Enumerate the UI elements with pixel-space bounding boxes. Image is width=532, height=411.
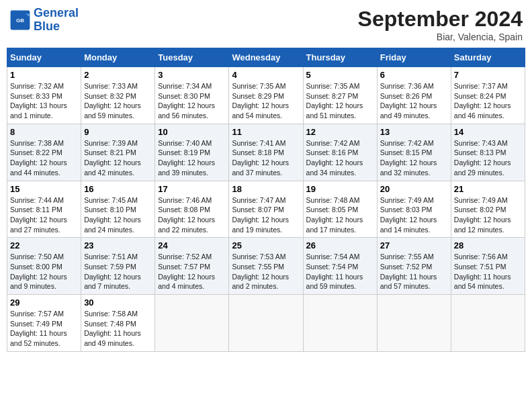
day-cell: 1Sunrise: 7:32 AM Sunset: 8:33 PM Daylig… bbox=[7, 67, 81, 124]
day-info: Sunrise: 7:42 AM Sunset: 8:15 PM Dayligh… bbox=[380, 138, 448, 178]
day-info: Sunrise: 7:50 AM Sunset: 8:00 PM Dayligh… bbox=[10, 252, 78, 291]
location-subtitle: Biar, Valencia, Spain bbox=[358, 32, 523, 42]
week-row-0: 1Sunrise: 7:32 AM Sunset: 8:33 PM Daylig… bbox=[7, 67, 525, 124]
day-info: Sunrise: 7:43 AM Sunset: 8:13 PM Dayligh… bbox=[454, 138, 522, 178]
header-monday: Monday bbox=[81, 48, 155, 67]
day-cell: 7Sunrise: 7:37 AM Sunset: 8:24 PM Daylig… bbox=[451, 67, 525, 124]
day-number: 22 bbox=[10, 240, 78, 250]
day-number: 17 bbox=[158, 184, 226, 194]
day-cell: 4Sunrise: 7:35 AM Sunset: 8:29 PM Daylig… bbox=[229, 67, 303, 124]
calendar-header: SundayMondayTuesdayWednesdayThursdayFrid… bbox=[7, 48, 525, 67]
day-number: 7 bbox=[454, 70, 522, 80]
day-cell: 22Sunrise: 7:50 AM Sunset: 8:00 PM Dayli… bbox=[7, 238, 81, 295]
calendar-table: SundayMondayTuesdayWednesdayThursdayFrid… bbox=[7, 48, 525, 352]
day-cell: 20Sunrise: 7:49 AM Sunset: 8:03 PM Dayli… bbox=[377, 181, 451, 238]
svg-text:GB: GB bbox=[16, 17, 24, 24]
day-cell: 27Sunrise: 7:55 AM Sunset: 7:52 PM Dayli… bbox=[377, 238, 451, 295]
day-cell bbox=[303, 295, 377, 352]
week-row-3: 22Sunrise: 7:50 AM Sunset: 8:00 PM Dayli… bbox=[7, 238, 525, 295]
day-number: 19 bbox=[306, 184, 374, 194]
day-cell: 17Sunrise: 7:46 AM Sunset: 8:08 PM Dayli… bbox=[155, 181, 229, 238]
day-cell: 6Sunrise: 7:36 AM Sunset: 8:26 PM Daylig… bbox=[377, 67, 451, 124]
day-cell: 8Sunrise: 7:38 AM Sunset: 8:22 PM Daylig… bbox=[7, 124, 81, 181]
month-title: September 2024 bbox=[358, 7, 523, 32]
day-info: Sunrise: 7:44 AM Sunset: 8:11 PM Dayligh… bbox=[10, 195, 78, 235]
day-cell: 9Sunrise: 7:39 AM Sunset: 8:21 PM Daylig… bbox=[81, 124, 155, 181]
day-cell bbox=[229, 295, 303, 352]
day-info: Sunrise: 7:32 AM Sunset: 8:33 PM Dayligh… bbox=[10, 81, 78, 121]
day-info: Sunrise: 7:46 AM Sunset: 8:08 PM Dayligh… bbox=[158, 195, 226, 235]
day-info: Sunrise: 7:57 AM Sunset: 7:49 PM Dayligh… bbox=[10, 309, 78, 349]
day-number: 20 bbox=[380, 184, 448, 194]
day-info: Sunrise: 7:54 AM Sunset: 7:54 PM Dayligh… bbox=[306, 252, 374, 291]
header-thursday: Thursday bbox=[303, 48, 377, 67]
logo-icon: GB bbox=[9, 9, 31, 31]
day-cell: 14Sunrise: 7:43 AM Sunset: 8:13 PM Dayli… bbox=[451, 124, 525, 181]
day-number: 24 bbox=[158, 240, 226, 250]
day-cell: 13Sunrise: 7:42 AM Sunset: 8:15 PM Dayli… bbox=[377, 124, 451, 181]
day-cell: 23Sunrise: 7:51 AM Sunset: 7:59 PM Dayli… bbox=[81, 238, 155, 295]
header-saturday: Saturday bbox=[451, 48, 525, 67]
day-number: 8 bbox=[10, 127, 78, 137]
day-cell: 21Sunrise: 7:49 AM Sunset: 8:02 PM Dayli… bbox=[451, 181, 525, 238]
day-info: Sunrise: 7:56 AM Sunset: 7:51 PM Dayligh… bbox=[454, 252, 522, 291]
day-info: Sunrise: 7:51 AM Sunset: 7:59 PM Dayligh… bbox=[84, 252, 152, 291]
day-cell: 12Sunrise: 7:42 AM Sunset: 8:16 PM Dayli… bbox=[303, 124, 377, 181]
day-info: Sunrise: 7:35 AM Sunset: 8:29 PM Dayligh… bbox=[232, 81, 300, 121]
day-cell: 30Sunrise: 7:58 AM Sunset: 7:48 PM Dayli… bbox=[81, 295, 155, 352]
day-cell: 26Sunrise: 7:54 AM Sunset: 7:54 PM Dayli… bbox=[303, 238, 377, 295]
day-info: Sunrise: 7:58 AM Sunset: 7:48 PM Dayligh… bbox=[84, 309, 152, 349]
day-number: 26 bbox=[306, 240, 374, 250]
day-number: 28 bbox=[454, 240, 522, 250]
day-cell bbox=[451, 295, 525, 352]
header-friday: Friday bbox=[377, 48, 451, 67]
day-number: 10 bbox=[158, 127, 226, 137]
day-number: 30 bbox=[84, 298, 152, 308]
calendar-body: 1Sunrise: 7:32 AM Sunset: 8:33 PM Daylig… bbox=[7, 67, 525, 352]
day-number: 27 bbox=[380, 240, 448, 250]
day-cell: 29Sunrise: 7:57 AM Sunset: 7:49 PM Dayli… bbox=[7, 295, 81, 352]
day-number: 14 bbox=[454, 127, 522, 137]
day-number: 3 bbox=[158, 70, 226, 80]
day-info: Sunrise: 7:53 AM Sunset: 7:55 PM Dayligh… bbox=[232, 252, 300, 291]
day-number: 25 bbox=[232, 240, 300, 250]
day-cell: 19Sunrise: 7:48 AM Sunset: 8:05 PM Dayli… bbox=[303, 181, 377, 238]
day-number: 13 bbox=[380, 127, 448, 137]
day-info: Sunrise: 7:48 AM Sunset: 8:05 PM Dayligh… bbox=[306, 195, 374, 235]
day-number: 1 bbox=[10, 70, 78, 80]
header-sunday: Sunday bbox=[7, 48, 81, 67]
day-info: Sunrise: 7:41 AM Sunset: 8:18 PM Dayligh… bbox=[232, 138, 300, 178]
day-number: 5 bbox=[306, 70, 374, 80]
header-row: SundayMondayTuesdayWednesdayThursdayFrid… bbox=[7, 48, 525, 67]
day-cell: 18Sunrise: 7:47 AM Sunset: 8:07 PM Dayli… bbox=[229, 181, 303, 238]
day-number: 18 bbox=[232, 184, 300, 194]
day-number: 11 bbox=[232, 127, 300, 137]
title-block: September 2024 Biar, Valencia, Spain bbox=[358, 7, 523, 42]
day-info: Sunrise: 7:39 AM Sunset: 8:21 PM Dayligh… bbox=[84, 138, 152, 178]
day-info: Sunrise: 7:49 AM Sunset: 8:03 PM Dayligh… bbox=[380, 195, 448, 235]
day-number: 4 bbox=[232, 70, 300, 80]
day-info: Sunrise: 7:36 AM Sunset: 8:26 PM Dayligh… bbox=[380, 81, 448, 121]
week-row-1: 8Sunrise: 7:38 AM Sunset: 8:22 PM Daylig… bbox=[7, 124, 525, 181]
header-tuesday: Tuesday bbox=[155, 48, 229, 67]
day-cell: 24Sunrise: 7:52 AM Sunset: 7:57 PM Dayli… bbox=[155, 238, 229, 295]
day-info: Sunrise: 7:47 AM Sunset: 8:07 PM Dayligh… bbox=[232, 195, 300, 235]
day-number: 2 bbox=[84, 70, 152, 80]
day-number: 16 bbox=[84, 184, 152, 194]
day-info: Sunrise: 7:55 AM Sunset: 7:52 PM Dayligh… bbox=[380, 252, 448, 291]
day-cell: 28Sunrise: 7:56 AM Sunset: 7:51 PM Dayli… bbox=[451, 238, 525, 295]
day-cell bbox=[155, 295, 229, 352]
day-cell: 15Sunrise: 7:44 AM Sunset: 8:11 PM Dayli… bbox=[7, 181, 81, 238]
day-info: Sunrise: 7:52 AM Sunset: 7:57 PM Dayligh… bbox=[158, 252, 226, 291]
day-cell: 3Sunrise: 7:34 AM Sunset: 8:30 PM Daylig… bbox=[155, 67, 229, 124]
page-header: GB General Blue September 2024 Biar, Val… bbox=[7, 7, 525, 42]
day-number: 29 bbox=[10, 298, 78, 308]
day-info: Sunrise: 7:37 AM Sunset: 8:24 PM Dayligh… bbox=[454, 81, 522, 121]
day-cell: 25Sunrise: 7:53 AM Sunset: 7:55 PM Dayli… bbox=[229, 238, 303, 295]
day-cell: 11Sunrise: 7:41 AM Sunset: 8:18 PM Dayli… bbox=[229, 124, 303, 181]
day-info: Sunrise: 7:35 AM Sunset: 8:27 PM Dayligh… bbox=[306, 81, 374, 121]
day-cell: 10Sunrise: 7:40 AM Sunset: 8:19 PM Dayli… bbox=[155, 124, 229, 181]
day-cell: 16Sunrise: 7:45 AM Sunset: 8:10 PM Dayli… bbox=[81, 181, 155, 238]
day-number: 9 bbox=[84, 127, 152, 137]
logo: GB General Blue bbox=[9, 7, 79, 34]
